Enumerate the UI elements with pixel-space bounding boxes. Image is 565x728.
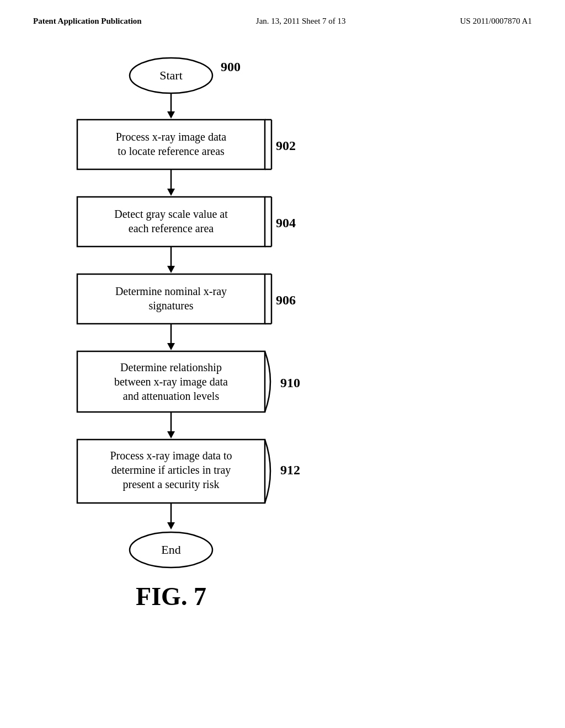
- svg-marker-8: [167, 189, 175, 196]
- fig-caption: FIG. 7: [136, 582, 206, 611]
- svg-rect-3: [77, 120, 265, 169]
- svg-marker-20: [167, 343, 175, 350]
- node-910-line2: between x-ray image data: [114, 376, 228, 388]
- label-912: 912: [280, 463, 300, 477]
- svg-marker-26: [167, 522, 175, 529]
- date-sheet: Jan. 13, 2011 Sheet 7 of 13: [256, 17, 346, 26]
- node-912-line3: present a security risk: [123, 478, 220, 491]
- node-902-line2: to locate reference areas: [118, 145, 225, 157]
- node-904-line1: Detect gray scale value at: [114, 208, 228, 221]
- node-912-line2: determine if articles in tray: [111, 464, 231, 477]
- diagram-container: text { font-family: 'Times New Roman', T…: [0, 42, 565, 624]
- svg-rect-9: [77, 197, 265, 247]
- patent-number: US 2011/0007870 A1: [460, 17, 532, 26]
- end-label: End: [161, 543, 180, 556]
- node-912-line1: Process x-ray image data to: [110, 449, 232, 462]
- svg-marker-23: [167, 431, 175, 438]
- node-910-line3: and attenuation levels: [123, 390, 220, 402]
- label-906: 906: [276, 293, 296, 307]
- node-904-line2: each reference area: [129, 222, 214, 234]
- patent-label: Patent Application Publication: [33, 17, 142, 26]
- svg-rect-15: [77, 274, 265, 324]
- node-906-line1: Determine nominal x-ray: [115, 285, 227, 298]
- label-902: 902: [276, 138, 296, 153]
- page-header: Patent Application Publication Jan. 13, …: [0, 0, 565, 26]
- start-label: Start: [159, 68, 183, 82]
- label-910: 910: [280, 376, 300, 390]
- node-906-line2: signatures: [148, 299, 193, 312]
- svg-marker-14: [167, 266, 175, 273]
- node-902-line1: Process x-ray image data: [116, 131, 227, 143]
- svg-marker-2: [167, 111, 175, 119]
- node-910-line1: Determine relationship: [120, 361, 222, 374]
- flowchart-svg: text { font-family: 'Times New Roman', T…: [0, 42, 386, 622]
- label-900: 900: [221, 60, 241, 74]
- label-904: 904: [276, 216, 296, 230]
